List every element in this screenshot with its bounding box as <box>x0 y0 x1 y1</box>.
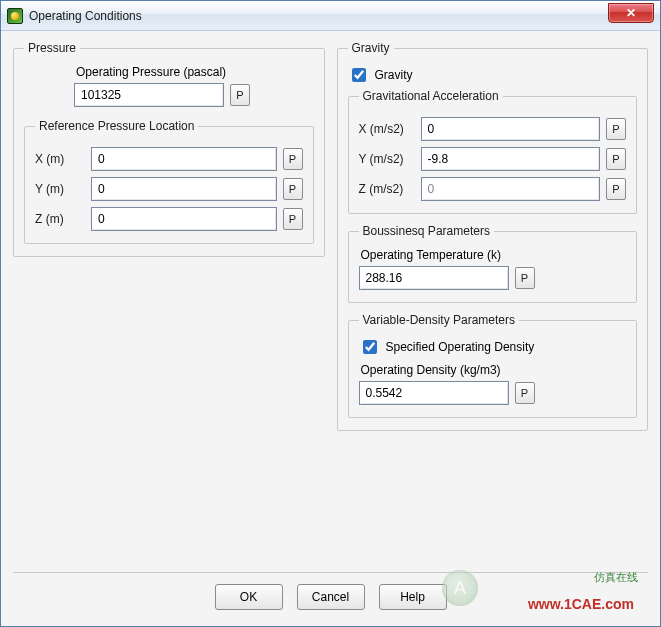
app-icon <box>7 8 23 24</box>
gravity-checkbox[interactable] <box>352 68 366 82</box>
right-column: Gravity Gravity Gravitational Accelerati… <box>337 41 649 572</box>
p-button-ref-y[interactable]: P <box>283 178 303 200</box>
p-button-ref-x[interactable]: P <box>283 148 303 170</box>
grav-z-row: Z (m/s2) P <box>359 177 627 201</box>
operating-temperature-input[interactable] <box>359 266 509 290</box>
ref-pressure-location-group: Reference Pressure Location X (m) P Y (m… <box>24 119 314 244</box>
watermark-logo: A <box>442 570 478 606</box>
pressure-group: Pressure Operating Pressure (pascal) P R… <box>13 41 325 257</box>
variable-density-group: Variable-Density Parameters Specified Op… <box>348 313 638 418</box>
p-button-ref-z[interactable]: P <box>283 208 303 230</box>
ref-x-input[interactable] <box>91 147 277 171</box>
operating-temperature-label: Operating Temperature (k) <box>361 248 502 262</box>
content-area: Pressure Operating Pressure (pascal) P R… <box>1 31 660 626</box>
watermark-brand: 仿真在线 <box>594 570 638 584</box>
ref-y-label: Y (m) <box>35 182 85 196</box>
help-button[interactable]: Help <box>379 584 447 610</box>
ref-pressure-location-legend: Reference Pressure Location <box>35 119 198 133</box>
variable-density-legend: Variable-Density Parameters <box>359 313 520 327</box>
operating-pressure-input[interactable] <box>74 83 224 107</box>
grav-z-input[interactable] <box>421 177 601 201</box>
ref-z-input[interactable] <box>91 207 277 231</box>
ref-y-input[interactable] <box>91 177 277 201</box>
operating-pressure-label: Operating Pressure (pascal) <box>76 65 226 79</box>
gravity-group: Gravity Gravity Gravitational Accelerati… <box>337 41 649 431</box>
operating-density-label: Operating Density (kg/m3) <box>361 363 501 377</box>
grav-y-input[interactable] <box>421 147 601 171</box>
close-icon: ✕ <box>626 6 636 20</box>
operating-density-input[interactable] <box>359 381 509 405</box>
operating-density-field: Operating Density (kg/m3) P <box>359 361 627 405</box>
operating-pressure-field: Operating Pressure (pascal) P <box>74 63 314 107</box>
watermark-url: www.1CAE.com <box>528 596 634 612</box>
cancel-button[interactable]: Cancel <box>297 584 365 610</box>
p-button-grav-x[interactable]: P <box>606 118 626 140</box>
grav-y-label: Y (m/s2) <box>359 152 415 166</box>
left-column: Pressure Operating Pressure (pascal) P R… <box>13 41 325 572</box>
columns: Pressure Operating Pressure (pascal) P R… <box>13 41 648 572</box>
ref-y-row: Y (m) P <box>35 177 303 201</box>
boussinesq-legend: Boussinesq Parameters <box>359 224 494 238</box>
ok-button[interactable]: OK <box>215 584 283 610</box>
gravity-checkbox-label: Gravity <box>375 68 413 82</box>
pressure-legend: Pressure <box>24 41 80 55</box>
boussinesq-group: Boussinesq Parameters Operating Temperat… <box>348 224 638 303</box>
grav-accel-legend: Gravitational Acceleration <box>359 89 503 103</box>
p-button-grav-z[interactable]: P <box>606 178 626 200</box>
watermark-logo-letter: A <box>454 578 466 599</box>
p-button-density[interactable]: P <box>515 382 535 404</box>
gravity-legend: Gravity <box>348 41 394 55</box>
gravity-checkbox-row: Gravity <box>348 65 638 85</box>
ref-z-row: Z (m) P <box>35 207 303 231</box>
window-title: Operating Conditions <box>29 9 142 23</box>
grav-x-input[interactable] <box>421 117 601 141</box>
titlebar: Operating Conditions ✕ <box>1 1 660 31</box>
operating-temperature-field: Operating Temperature (k) P <box>359 246 627 290</box>
p-button-operating-pressure[interactable]: P <box>230 84 250 106</box>
grav-x-row: X (m/s2) P <box>359 117 627 141</box>
dialog-window: Operating Conditions ✕ Pressure Operatin… <box>0 0 661 627</box>
spec-density-checkbox[interactable] <box>363 340 377 354</box>
grav-y-row: Y (m/s2) P <box>359 147 627 171</box>
close-button[interactable]: ✕ <box>608 3 654 23</box>
grav-x-label: X (m/s2) <box>359 122 415 136</box>
spec-density-checkbox-label: Specified Operating Density <box>386 340 535 354</box>
button-bar: OK Cancel Help A 仿真在线 www.1CAE.com <box>13 572 648 620</box>
grav-z-label: Z (m/s2) <box>359 182 415 196</box>
p-button-temperature[interactable]: P <box>515 267 535 289</box>
ref-x-row: X (m) P <box>35 147 303 171</box>
ref-z-label: Z (m) <box>35 212 85 226</box>
grav-accel-group: Gravitational Acceleration X (m/s2) P Y … <box>348 89 638 214</box>
spec-density-checkbox-row: Specified Operating Density <box>359 337 627 357</box>
p-button-grav-y[interactable]: P <box>606 148 626 170</box>
ref-x-label: X (m) <box>35 152 85 166</box>
